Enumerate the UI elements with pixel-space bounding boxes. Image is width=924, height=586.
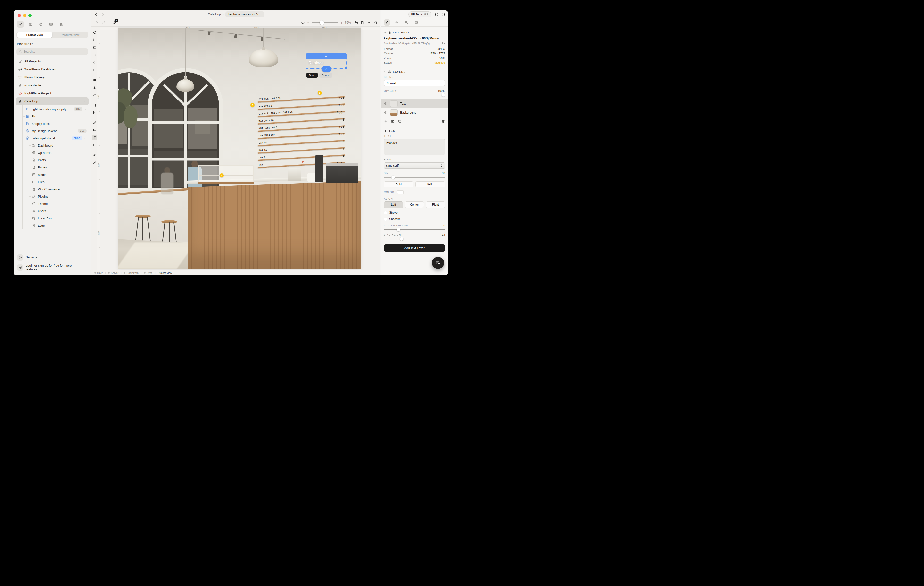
download-icon[interactable]	[367, 21, 371, 25]
crop-tool[interactable]	[92, 102, 97, 108]
sidebar-item-wp-test-site[interactable]: wp-test-site	[16, 81, 89, 89]
chevron-down-icon[interactable]	[84, 100, 87, 103]
cancel-button[interactable]: Cancel	[319, 73, 332, 78]
sidebar-item-login[interactable]: Login or sign up for free for more featu…	[17, 264, 78, 271]
pencil-tool[interactable]	[92, 120, 97, 125]
opacity-slider[interactable]	[384, 93, 445, 97]
line-height-slider[interactable]	[384, 237, 445, 240]
size-slider[interactable]	[384, 175, 445, 179]
sidebar-item-rightplace-project[interactable]: RightPlace Project	[16, 89, 89, 97]
chevron-down-icon[interactable]	[84, 137, 87, 139]
layer-row-text[interactable]: Text	[381, 99, 448, 108]
adjust-tool[interactable]	[92, 77, 97, 83]
marquee-tool[interactable]	[92, 142, 97, 147]
annotation-marker-2[interactable]: 2	[251, 103, 254, 107]
frame-tool[interactable]	[92, 67, 97, 73]
chevron-right-icon[interactable]	[84, 84, 87, 87]
sidebar-item-files[interactable]: Files	[16, 178, 89, 185]
sparkle-tool[interactable]	[92, 152, 97, 157]
zoom-in-button[interactable]: +	[340, 20, 343, 25]
chevron-right-icon[interactable]	[84, 108, 87, 111]
stroke-option[interactable]: Stroke	[384, 211, 445, 214]
table-tab-icon[interactable]	[413, 20, 419, 26]
rp-term-button[interactable]: RP Term ⌘P	[408, 12, 431, 17]
blend-select[interactable]: Normal	[384, 80, 445, 86]
sidebar-item-media[interactable]: Media	[16, 171, 89, 178]
pulse-tab-icon[interactable]	[394, 20, 400, 26]
sidebar-item-posts[interactable]: Posts	[16, 156, 89, 164]
ai-assistant-button[interactable]	[432, 257, 444, 269]
shadow-option[interactable]: Shadow	[384, 217, 445, 221]
sidebar-item-themes[interactable]: Themes	[16, 200, 89, 207]
zoom-slider[interactable]	[312, 22, 338, 23]
key-tab-icon[interactable]	[403, 20, 409, 26]
sidebar-item-dashboard[interactable]: Dashboard	[16, 142, 89, 149]
strokes-nav-icon[interactable]	[17, 21, 24, 28]
rotate-oval-tool[interactable]	[92, 60, 97, 65]
text-layer-content[interactable]: Replace	[309, 61, 324, 66]
delete-layer-icon[interactable]	[441, 119, 445, 123]
comment-tool[interactable]	[92, 127, 97, 132]
text-tool[interactable]	[92, 135, 97, 140]
color-swatch[interactable]	[397, 190, 404, 194]
sidebar-item-all-projects[interactable]: All Projects	[16, 57, 89, 65]
resize-handle[interactable]	[345, 67, 348, 70]
breadcrumb-file-tab[interactable]: keghan-crossland-ZZx...	[225, 12, 264, 17]
forward-button[interactable]	[101, 13, 105, 16]
add-layer-icon[interactable]	[384, 119, 388, 123]
font-select[interactable]: sans-serif	[384, 162, 445, 169]
toggle-right-panel-icon[interactable]	[441, 12, 446, 17]
bold-button[interactable]: Bold	[384, 181, 414, 187]
sidebar-item-logs[interactable]: Logs	[16, 222, 89, 229]
align-center-button[interactable]: Center	[405, 202, 424, 208]
layer-row-background[interactable]: Background	[381, 108, 448, 117]
file-info-header[interactable]: FILE INFO	[384, 31, 445, 34]
add-text-layer-button[interactable]: Add Text Layer	[384, 245, 445, 252]
status-item-mcp[interactable]: MCP	[94, 271, 102, 274]
kebab-menu-icon[interactable]	[439, 20, 445, 26]
chevron-right-icon[interactable]	[84, 76, 87, 79]
status-item-server[interactable]: Server	[108, 271, 119, 274]
zoom-button[interactable]	[28, 14, 31, 17]
flip-h-tool[interactable]	[92, 45, 97, 50]
eye-icon[interactable]	[384, 102, 388, 105]
eyedropper-tool[interactable]	[92, 160, 97, 165]
tab-resource-view[interactable]: Resource View	[53, 32, 88, 38]
stroke-checkbox[interactable]	[384, 211, 387, 214]
sidebar-item-wp-admin[interactable]: wp-admin	[16, 149, 89, 156]
chevron-right-icon[interactable]	[84, 92, 87, 95]
close-button[interactable]	[18, 14, 21, 17]
panel-nav-icon[interactable]	[27, 21, 34, 28]
histogram-tool[interactable]	[92, 85, 97, 90]
sidebar-item-bloom-bakery[interactable]: Bloom Bakery	[16, 73, 89, 81]
duplicate-layer-icon[interactable]	[398, 119, 402, 123]
breadcrumb-project[interactable]: Cafe Hop	[208, 13, 221, 16]
sidebar-item-pages[interactable]: Pages	[16, 164, 89, 171]
binoculars-nav-icon[interactable]	[58, 21, 64, 28]
text-input[interactable]: Replace	[384, 139, 445, 155]
layers-header[interactable]: LAYERS	[384, 70, 445, 73]
flip-v-tool[interactable]	[92, 52, 97, 58]
italic-button[interactable]: Italic	[416, 181, 445, 187]
status-item-sync[interactable]: Sync	[144, 271, 152, 274]
open-file-icon[interactable]	[354, 21, 358, 25]
letter-spacing-slider[interactable]	[384, 228, 445, 231]
rotate-ccw-tool[interactable]	[92, 37, 97, 43]
sidebar-item-plugins[interactable]: Plugins	[16, 193, 89, 200]
done-button[interactable]: Done	[306, 73, 318, 78]
sidebar-item-users[interactable]: Users	[16, 207, 89, 215]
back-button[interactable]	[94, 13, 97, 16]
undo-icon[interactable]	[95, 21, 99, 25]
fit-view-icon[interactable]	[301, 21, 305, 25]
search-input[interactable]: Search...	[16, 48, 88, 55]
zoom-out-button[interactable]: −	[307, 20, 309, 25]
status-item-robinpath[interactable]: RobinPath	[124, 271, 139, 274]
tab-project-view[interactable]: Project View	[17, 32, 53, 38]
sidebar-item-woocommerce[interactable]: WooCommerce	[16, 185, 89, 193]
redo-icon[interactable]	[102, 21, 106, 25]
align-right-button[interactable]: Right	[426, 202, 445, 208]
curve-tool[interactable]	[92, 92, 97, 98]
sidebar-item-my-design-tokens[interactable]: My Design TokensDEV	[16, 127, 89, 134]
text-badge[interactable]: A	[322, 66, 331, 72]
new-group-icon[interactable]	[391, 119, 394, 123]
